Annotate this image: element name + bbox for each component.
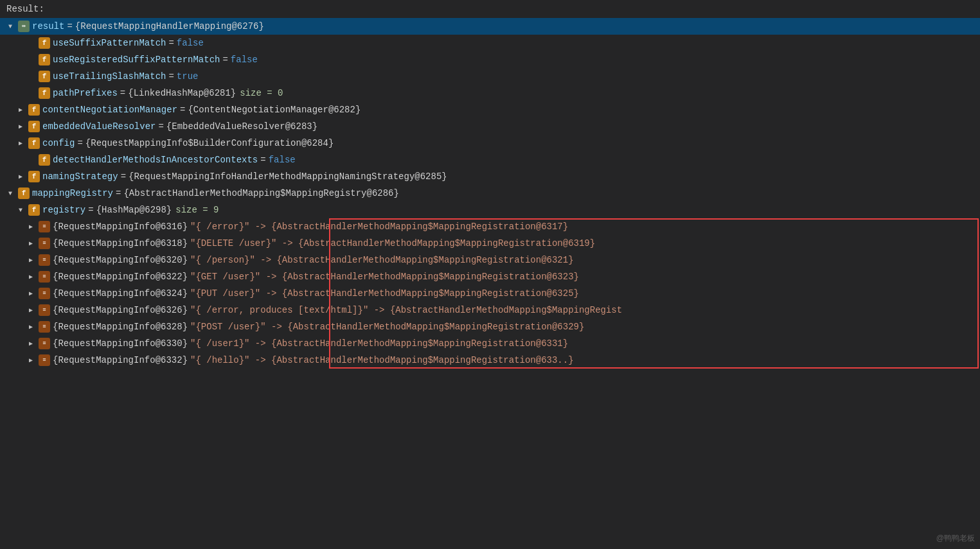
registry-entry-6320[interactable]: ≡ {RequestMappingInfo@6320} "{ /person}"… [0,252,980,268]
badge-list: ≡ [39,288,50,299]
registry-entry-6332[interactable]: ≡ {RequestMappingInfo@6332} "{ /hello}" … [0,352,980,369]
field-value: false [231,55,258,65]
field-row-detectHandlerMethods[interactable]: f detectHandlerMethodsInAncestorContexts… [0,152,980,168]
debugger-panel: Result: ∞ result = {RequestMappingHandle… [0,0,980,549]
field-row-mappingRegistry[interactable]: f mappingRegistry = {AbstractHandlerMeth… [0,185,980,202]
field-row-contentNegotiationManager[interactable]: f contentNegotiationManager = {ContentNe… [0,101,980,118]
field-value: {LinkedHashMap@6281} [128,88,236,98]
field-row-pathPrefixes[interactable]: f pathPrefixes = {LinkedHashMap@6281} si… [0,85,980,101]
field-name: registry [42,205,85,215]
entry-value: "{ /person}" -> {AbstractHandlerMethodMa… [190,255,574,265]
key-ref: {RequestMappingInfo@6320} [53,255,188,265]
key-ref: {RequestMappingInfo@6328} [53,322,188,332]
field-row-useRegisteredSuffixPatternMatch[interactable]: f useRegisteredSuffixPatternMatch = fals… [0,51,980,68]
key-ref: {RequestMappingInfo@6322} [53,272,188,282]
badge-f: f [28,171,40,182]
expand-chevron[interactable] [26,338,36,349]
field-name: useSuffixPatternMatch [53,38,166,48]
field-value: {HashMap@6298} [96,205,172,215]
badge-f: f [28,121,40,132]
badge-list: ≡ [39,221,50,232]
badge-f: f [28,104,40,116]
badge-f: f [39,37,50,49]
field-value: false [177,38,204,48]
badge-inf: ∞ [18,21,30,32]
registry-entry-6326[interactable]: ≡ {RequestMappingInfo@6326} "{ /error, p… [0,302,980,318]
expand-chevron[interactable] [5,21,15,31]
registry-entry-6316[interactable]: ≡ {RequestMappingInfo@6316} "{ /error}" … [0,218,980,235]
field-size: size = 9 [175,205,218,215]
field-row-config[interactable]: f config = {RequestMappingInfo$BuilderCo… [0,135,980,152]
expand-chevron[interactable] [5,188,15,198]
field-name: detectHandlerMethodsInAncestorContexts [53,155,258,165]
expand-chevron[interactable] [15,121,26,132]
entry-value: "{ /user1}" -> {AbstractHandlerMethodMap… [190,338,568,349]
tree-container[interactable]: ∞ result = {RequestMappingHandlerMapping… [0,18,980,549]
field-name: pathPrefixes [53,88,118,98]
badge-f: f [28,137,40,149]
field-name: useTrailingSlashMatch [53,71,166,82]
expand-chevron[interactable] [15,105,26,115]
key-ref: {RequestMappingInfo@6332} [53,355,188,365]
field-size: size = 0 [240,88,283,98]
registry-entry-6322[interactable]: ≡ {RequestMappingInfo@6322} "{GET /user}… [0,268,980,285]
expand-chevron[interactable] [26,305,36,315]
entry-value: "{ /hello}" -> {AbstractHandlerMethodMap… [190,355,574,365]
badge-list: ≡ [39,254,50,266]
expand-chevron[interactable] [15,171,26,182]
result-label: Result: [0,0,980,18]
expand-chevron[interactable] [26,222,36,232]
entry-value: "{ /error}" -> {AbstractHandlerMethodMap… [190,222,568,232]
field-row-namingStrategy[interactable]: f namingStrategy = {RequestMappingInfoHa… [0,168,980,185]
registry-entry-6324[interactable]: ≡ {RequestMappingInfo@6324} "{PUT /user}… [0,285,980,302]
field-name: namingStrategy [42,171,118,182]
field-value: {EmbeddedValueResolver@6283} [166,121,317,132]
root-field-value: {RequestMappingHandlerMapping@6276} [75,21,264,31]
field-name: config [42,138,75,148]
expand-chevron[interactable] [26,355,36,365]
field-row-registry[interactable]: f registry = {HashMap@6298} size = 9 [0,202,980,218]
registry-entry-6330[interactable]: ≡ {RequestMappingInfo@6330} "{ /user1}" … [0,335,980,352]
field-value: {RequestMappingInfo$BuilderConfiguration… [85,138,334,148]
badge-list: ≡ [39,304,50,316]
expand-chevron[interactable] [15,138,26,148]
root-row[interactable]: ∞ result = {RequestMappingHandlerMapping… [0,18,980,35]
field-value: {ContentNegotiationManager@6282} [188,105,361,115]
registry-entry-6328[interactable]: ≡ {RequestMappingInfo@6328} "{POST /user… [0,318,980,335]
field-row-embeddedValueResolver[interactable]: f embeddedValueResolver = {EmbeddedValue… [0,118,980,135]
badge-f: f [39,154,50,166]
field-value: false [269,155,296,165]
expand-chevron[interactable] [26,272,36,282]
badge-f: f [28,204,40,216]
badge-f: f [39,54,50,65]
field-value: {AbstractHandlerMethodMapping$MappingReg… [123,188,398,198]
badge-list: ≡ [39,271,50,283]
expand-chevron[interactable] [26,288,36,299]
key-ref: {RequestMappingInfo@6324} [53,288,188,299]
key-ref: {RequestMappingInfo@6330} [53,338,188,349]
badge-f: f [18,187,30,199]
badge-list: ≡ [39,238,50,249]
badge-list: ≡ [39,338,50,349]
field-name: contentNegotiationManager [42,105,177,115]
registry-entries-container: ≡ {RequestMappingInfo@6316} "{ /error}" … [0,218,980,369]
entry-value: "{GET /user}" -> {AbstractHandlerMethodM… [190,272,579,282]
key-ref: {RequestMappingInfo@6326} [53,305,188,315]
entry-value: "{PUT /user}" -> {AbstractHandlerMethodM… [190,288,579,299]
expand-chevron[interactable] [26,255,36,265]
field-row-useTrailingSlashMatch[interactable]: f useTrailingSlashMatch = true [0,68,980,85]
entry-value: "{ /error, produces [text/html]}" -> {Ab… [190,305,622,315]
field-name: useRegisteredSuffixPatternMatch [53,55,220,65]
field-name: mappingRegistry [32,188,113,198]
registry-entry-6318[interactable]: ≡ {RequestMappingInfo@6318} "{DELETE /us… [0,235,980,252]
expand-chevron[interactable] [26,238,36,248]
expand-chevron[interactable] [15,205,26,215]
entry-value: "{DELETE /user}" -> {AbstractHandlerMeth… [190,238,595,248]
key-ref: {RequestMappingInfo@6318} [53,238,188,248]
badge-f: f [39,71,50,82]
badge-f: f [39,87,50,99]
tree-main: ∞ result = {RequestMappingHandlerMapping… [0,18,980,369]
expand-chevron[interactable] [26,322,36,332]
field-value: true [177,71,199,82]
field-row-useSuffixPatternMatch[interactable]: f useSuffixPatternMatch = false [0,35,980,51]
